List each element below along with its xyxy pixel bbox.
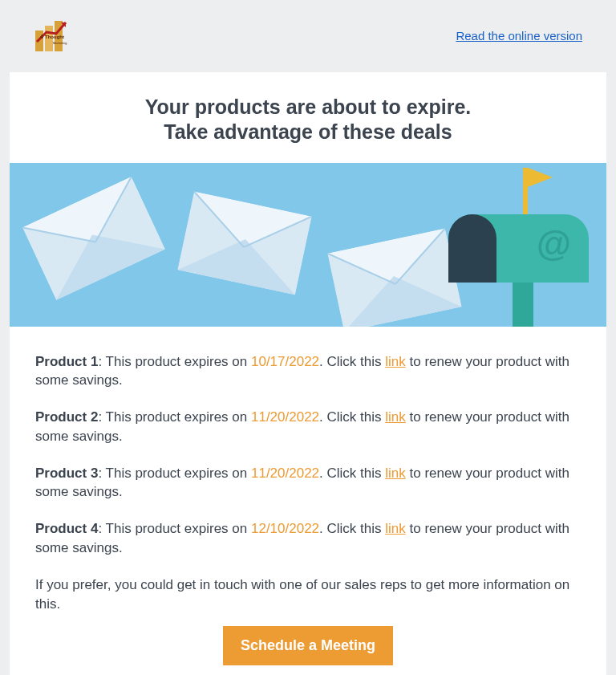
logo: 4 Thought Marketing (34, 18, 90, 53)
product-text: : This product expires on (98, 466, 251, 481)
content: Product 1: This product expires on 10/17… (10, 327, 606, 676)
product-text: : This product expires on (98, 521, 251, 536)
product-row: Product 3: This product expires on 11/20… (35, 464, 581, 502)
product-row: Product 1: This product expires on 10/17… (35, 352, 581, 391)
read-online-link[interactable]: Read the online version (456, 29, 582, 43)
svg-text:Marketing: Marketing (53, 41, 67, 45)
renew-link[interactable]: link (385, 409, 406, 425)
svg-rect-23 (523, 168, 528, 216)
product-text: . Click this (319, 521, 385, 536)
svg-text:4: 4 (40, 34, 43, 39)
mailbox-icon: @ (440, 168, 589, 327)
hero-banner: @ (10, 163, 606, 327)
svg-text:Thought: Thought (45, 35, 64, 39)
product-name: Product 2 (35, 409, 98, 425)
svg-text:@: @ (537, 224, 571, 263)
product-date: 11/20/2022 (251, 409, 319, 425)
product-row: Product 2: This product expires on 11/20… (35, 408, 581, 446)
product-text: : This product expires on (98, 354, 251, 369)
product-name: Product 4 (35, 521, 98, 536)
note-text: If you prefer, you could get in touch wi… (35, 575, 581, 614)
envelope-icon (177, 191, 312, 295)
svg-marker-24 (528, 168, 553, 187)
topbar: 4 Thought Marketing Read the online vers… (0, 0, 616, 64)
product-row: Product 4: This product expires on 12/10… (35, 519, 581, 558)
heading-line2: Take advantage of these deals (164, 120, 452, 143)
product-text: . Click this (319, 409, 385, 425)
product-text: . Click this (319, 466, 385, 481)
schedule-meeting-button[interactable]: Schedule a Meeting (223, 626, 393, 665)
renew-link[interactable]: link (385, 521, 406, 536)
envelope-icon (22, 176, 165, 299)
product-date: 11/20/2022 (251, 466, 319, 481)
email-page: 4 Thought Marketing Read the online vers… (0, 0, 616, 675)
product-name: Product 3 (35, 466, 98, 481)
email-card: Your products are about to expire. Take … (10, 72, 606, 675)
product-text: : This product expires on (98, 409, 251, 425)
heading: Your products are about to expire. Take … (10, 72, 606, 163)
heading-line1: Your products are about to expire. (145, 96, 472, 118)
renew-link[interactable]: link (385, 466, 406, 481)
cta-wrap: Schedule a Meeting (35, 626, 581, 673)
svg-rect-22 (513, 280, 533, 327)
product-date: 12/10/2022 (251, 521, 319, 536)
renew-link[interactable]: link (385, 354, 406, 369)
product-text: . Click this (319, 354, 385, 369)
product-date: 10/17/2022 (251, 354, 319, 369)
product-name: Product 1 (35, 354, 98, 369)
